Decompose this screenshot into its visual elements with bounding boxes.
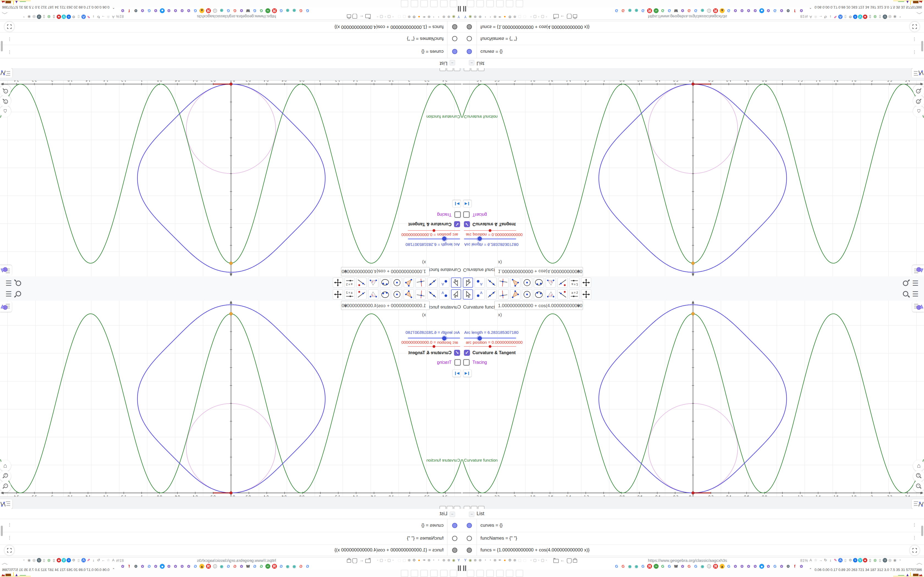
bookmark-favicon[interactable]: G bbox=[640, 564, 645, 569]
browser-action-icon[interactable]: ◎ bbox=[32, 15, 36, 19]
bookmark-favicon[interactable]: ✿ bbox=[239, 8, 244, 13]
bookmark-favicon[interactable]: G bbox=[259, 8, 264, 13]
browser-action-icon[interactable]: A bbox=[111, 558, 115, 562]
bookmark-favicon[interactable]: G bbox=[687, 564, 691, 569]
bookmark-favicon[interactable]: ✿ bbox=[746, 8, 751, 13]
visibility-circle-funcnames[interactable] bbox=[467, 536, 472, 541]
scrollbar-thumb[interactable] bbox=[921, 41, 923, 52]
browser-action-icon[interactable]: ◍ bbox=[47, 15, 51, 19]
skip-forward-button[interactable]: ▶❙ bbox=[463, 369, 472, 377]
tool-slider-button[interactable]: a = 2 bbox=[344, 289, 355, 300]
bookmark-favicon[interactable]: ▲ bbox=[720, 564, 725, 569]
visibility-circle-funcnames[interactable] bbox=[467, 36, 472, 41]
bookmark-favicon[interactable]: ✿ bbox=[153, 564, 158, 569]
browser-action-icon[interactable]: ◎ bbox=[888, 558, 892, 562]
bookmark-favicon[interactable]: ◉ bbox=[292, 8, 297, 13]
menu-icon[interactable]: ☰ bbox=[912, 291, 921, 297]
bookmark-favicon[interactable]: G bbox=[667, 8, 672, 13]
taskbar-app-terminal[interactable] bbox=[450, 0, 457, 7]
bookmark-favicon[interactable]: Я bbox=[713, 8, 718, 13]
bookmark-favicon[interactable]: ◉ bbox=[627, 8, 632, 13]
bookmark-favicon[interactable]: G bbox=[298, 564, 303, 569]
lock-icon[interactable] bbox=[347, 14, 351, 18]
shield-icon[interactable] bbox=[352, 558, 357, 564]
browser-action-icon[interactable]: A bbox=[809, 558, 813, 562]
bookmark-favicon[interactable]: ✿ bbox=[680, 564, 685, 569]
arc-length-slider[interactable] bbox=[408, 337, 460, 339]
folder-icon[interactable] bbox=[553, 559, 559, 563]
visibility-circle-funcs[interactable] bbox=[452, 548, 457, 553]
graphics-style-button[interactable] bbox=[912, 265, 924, 276]
browser-action-icon[interactable]: ◔ bbox=[898, 15, 902, 19]
tool-slider-button[interactable]: a = 2 bbox=[569, 289, 580, 300]
bookmark-favicon[interactable]: G bbox=[693, 8, 698, 13]
bookmark-favicon[interactable]: Я bbox=[272, 8, 277, 13]
browser-action-icon[interactable]: ↓ bbox=[828, 558, 833, 562]
browser-action-icon[interactable]: V bbox=[858, 15, 863, 19]
extension-icon[interactable]: ▢ bbox=[397, 15, 402, 19]
bookmark-favicon[interactable]: G bbox=[772, 8, 777, 13]
visibility-circle-funcs[interactable] bbox=[467, 24, 472, 29]
browser-action-icon[interactable]: ◔ bbox=[22, 558, 26, 562]
bookmark-favicon[interactable]: G bbox=[193, 8, 198, 13]
tool-line-button[interactable] bbox=[486, 277, 497, 288]
tab-dot-icon[interactable]: ▢ bbox=[380, 15, 383, 19]
browser-action-icon[interactable]: U bbox=[883, 558, 887, 562]
fullscreen-button[interactable] bbox=[5, 22, 14, 32]
bookmark-favicon[interactable]: ▲ bbox=[199, 8, 204, 13]
zoom-in-button[interactable]: + bbox=[0, 471, 11, 482]
curvature-function-dropdown[interactable]: 1.000000000000 + cos(4.000000000000 x) ▼ bbox=[494, 267, 583, 276]
arc-length-slider[interactable] bbox=[464, 337, 516, 339]
browser-action-icon[interactable]: ↓ bbox=[91, 558, 96, 562]
extension-icon[interactable]: ▢ bbox=[517, 558, 522, 562]
bookmark-favicon[interactable]: ● bbox=[160, 564, 165, 569]
tool-conic-button[interactable] bbox=[534, 289, 544, 300]
taskbar-app-capture[interactable] bbox=[420, 0, 428, 7]
bookmark-favicon[interactable]: ✿ bbox=[766, 564, 771, 569]
tool-polygon-button[interactable] bbox=[510, 289, 520, 300]
arc-position-slider-handle[interactable] bbox=[489, 345, 491, 348]
back-arrow-icon[interactable]: ← bbox=[359, 558, 364, 563]
chevron-down-icon[interactable]: ▼ bbox=[344, 267, 347, 276]
back-arrow-icon[interactable]: ← bbox=[560, 558, 565, 563]
bookmark-favicon[interactable]: ◉ bbox=[634, 564, 639, 569]
browser-action-icon[interactable]: A bbox=[81, 15, 86, 19]
view-tab-sliver[interactable] bbox=[471, 68, 477, 71]
visibility-circle-funcs[interactable] bbox=[452, 24, 457, 29]
search-icon[interactable] bbox=[902, 290, 909, 298]
browser-action-icon[interactable]: ◉ bbox=[27, 15, 31, 19]
bookmark-favicon[interactable]: ✿ bbox=[779, 564, 784, 569]
browser-action-icon[interactable]: ▯ bbox=[868, 558, 872, 562]
algebra-style-button[interactable] bbox=[912, 68, 924, 78]
taskbar-app-terminal[interactable] bbox=[450, 570, 457, 577]
tool-intersect-button[interactable] bbox=[415, 277, 426, 288]
arc-length-slider[interactable] bbox=[408, 238, 460, 240]
taskbar-app-settings[interactable] bbox=[430, 0, 438, 7]
bookmark-favicon[interactable]: ● bbox=[759, 564, 764, 569]
visibility-circle-curves[interactable] bbox=[452, 49, 457, 54]
taskbar-app-capture[interactable] bbox=[420, 570, 428, 577]
extension-icon[interactable]: ◔ bbox=[483, 558, 487, 562]
taskbar-app-firefox[interactable] bbox=[440, 570, 447, 577]
shield-icon[interactable] bbox=[567, 558, 572, 564]
browser-action-icon[interactable]: ⚙ bbox=[71, 558, 76, 562]
extension-icon[interactable]: ◔ bbox=[437, 15, 441, 19]
fullscreen-button[interactable] bbox=[5, 545, 14, 555]
taskbar-app-firefox[interactable] bbox=[477, 0, 484, 7]
chevron-down-icon[interactable]: ▼ bbox=[577, 267, 580, 276]
taskbar-app-settings[interactable] bbox=[486, 570, 494, 577]
extension-icon[interactable]: Y bbox=[463, 15, 467, 19]
bookmark-favicon[interactable]: ✿ bbox=[120, 564, 125, 569]
kebab-menu-icon[interactable]: ⋮ bbox=[913, 524, 915, 525]
tool-select-button[interactable] bbox=[463, 289, 473, 300]
bookmark-favicon[interactable]: G bbox=[305, 564, 310, 569]
algebra-style-button[interactable] bbox=[912, 499, 924, 509]
tab-dot-icon[interactable]: ◦ bbox=[545, 15, 548, 19]
bookmark-favicon[interactable]: Я bbox=[206, 8, 211, 13]
bookmark-favicon[interactable]: ◉ bbox=[285, 564, 290, 569]
extension-icon[interactable]: ◉ bbox=[468, 15, 472, 19]
algebra-row-curves[interactable]: curves = {} ⋮ bbox=[462, 519, 924, 532]
bookmark-favicon[interactable]: ~ bbox=[654, 564, 659, 569]
extension-icon[interactable]: ⊕ bbox=[447, 558, 451, 562]
extension-icon[interactable]: ◔ bbox=[488, 558, 492, 562]
